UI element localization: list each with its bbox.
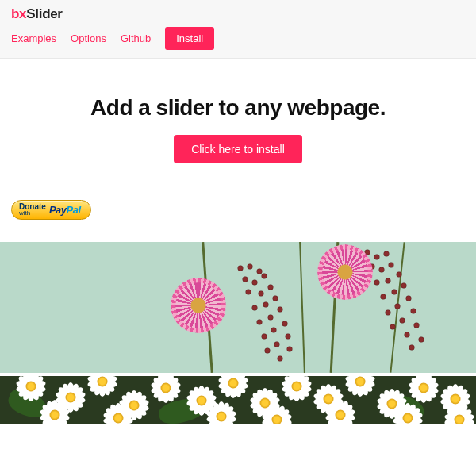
nav-options[interactable]: Options <box>71 33 106 44</box>
donate-region: Donate with PayPal <box>11 198 476 220</box>
slide-1-image <box>0 242 476 373</box>
hero-headline: Add a slider to any webpage. <box>16 95 460 121</box>
nav-install-button[interactable]: Install <box>165 27 214 50</box>
nav-examples[interactable]: Examples <box>11 33 56 44</box>
install-cta-button[interactable]: Click here to install <box>174 135 302 163</box>
logo-prefix: bx <box>11 6 26 21</box>
hero: Add a slider to any webpage. Click here … <box>0 59 476 179</box>
slide-2-image <box>0 376 476 424</box>
paypal-donate-button[interactable]: Donate with PayPal <box>11 200 91 220</box>
slider <box>0 242 476 424</box>
nav-github[interactable]: Github <box>121 33 151 44</box>
logo-suffix: Slider <box>26 6 62 21</box>
paypal-logo: PayPal <box>49 204 81 216</box>
logo: bxSlider <box>11 6 465 22</box>
header: bxSlider Examples Options Github Install <box>0 0 476 59</box>
donate-text: Donate with <box>19 203 46 217</box>
nav: Examples Options Github Install <box>11 27 465 50</box>
